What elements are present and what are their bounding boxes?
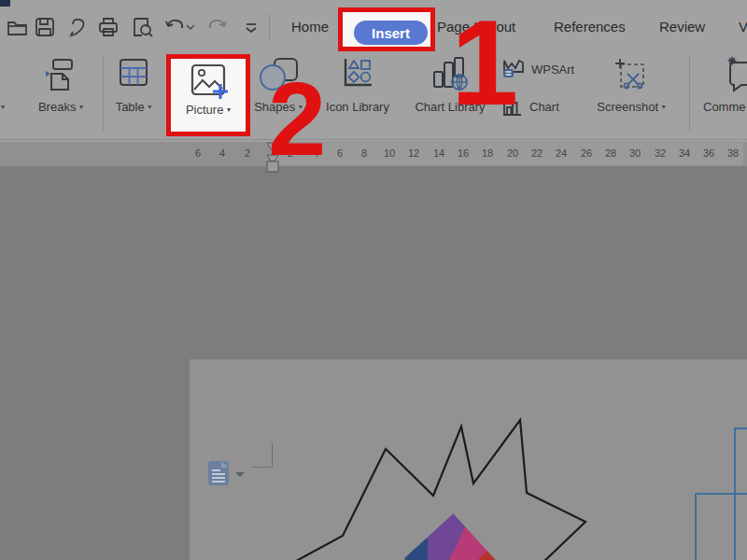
ribbon-button-table[interactable]: Table ▾: [106, 51, 161, 137]
ribbon-button-chart-library[interactable]: Chart Library: [403, 51, 497, 137]
dropdown-caret-icon: ▾: [79, 103, 83, 111]
more-icon[interactable]: [239, 15, 263, 39]
comment-icon: [725, 55, 747, 94]
ruler-number: 2: [237, 147, 258, 159]
ribbon-button-wpsart[interactable]: WPSArt: [501, 57, 574, 81]
breaks-icon: [42, 55, 79, 92]
redo-icon[interactable]: [205, 15, 230, 39]
ruler-number: 30: [625, 147, 645, 159]
picture-icon: [187, 61, 230, 102]
icon-library-icon: [341, 55, 374, 89]
table-icon: [117, 55, 150, 89]
screenshot-label: Screenshot: [597, 100, 658, 114]
ruler-number: 16: [453, 147, 473, 159]
ribbon-group-separator: [103, 56, 104, 133]
shapes-icon: [258, 55, 299, 92]
dropdown-caret-icon: ▾: [662, 103, 666, 111]
ruler-number: 18: [477, 147, 498, 159]
ruler-number: 26: [576, 147, 597, 159]
toolbar-separator: [269, 14, 270, 39]
ruler-number: 4: [212, 147, 233, 159]
ribbon-button-icon-library[interactable]: Icon Library: [316, 51, 400, 137]
chart-library-icon: [429, 55, 472, 92]
tab-home[interactable]: Home: [291, 19, 329, 35]
ruler-number: 10: [379, 147, 400, 159]
ruler-number: 22: [527, 147, 547, 159]
open-icon[interactable]: [6, 15, 30, 39]
ruler-number: 34: [674, 147, 695, 159]
tab-insert[interactable]: Insert: [354, 21, 428, 45]
table-label: Table: [116, 100, 145, 114]
ruler-number: 32: [650, 147, 670, 159]
ruler-number: 28: [600, 147, 621, 159]
print-icon[interactable]: [96, 15, 120, 39]
horizontal-ruler[interactable]: 6 4 2 2 4 6 8 10 12 14 16 18 20 22 24 26…: [0, 142, 747, 166]
print-preview-icon[interactable]: [131, 15, 155, 39]
icon-library-label: Icon Library: [316, 100, 400, 114]
comment-label: Comme: [703, 100, 747, 114]
ruler-number: 6: [188, 147, 208, 159]
blue-line-shape[interactable]: [695, 493, 747, 495]
dropdown-caret-icon: ▾: [1, 103, 5, 111]
document-page[interactable]: [190, 359, 747, 560]
ribbon-button-comment[interactable]: Comme: [698, 51, 747, 137]
ruler-number: 8: [354, 147, 374, 159]
insert-ribbon: ge ▾ Breaks ▾ Table ▾: [0, 51, 747, 140]
undo-icon[interactable]: [162, 15, 187, 39]
screenshot-icon: [612, 55, 651, 94]
ruler-number: 38: [723, 147, 743, 159]
wpsart-label: WPSArt: [531, 63, 574, 77]
blue-line-shape[interactable]: [695, 493, 697, 560]
chart-library-label: Chart Library: [403, 100, 497, 114]
dropdown-caret-icon: ▾: [148, 103, 151, 111]
ribbon-button-picture[interactable]: Picture ▾: [171, 59, 246, 132]
chart-label: Chart: [529, 100, 559, 114]
ribbon-button-chart[interactable]: Chart: [501, 94, 559, 119]
picture-label: Picture: [186, 103, 223, 117]
ribbon-button-shapes[interactable]: Shapes ▾: [246, 51, 311, 137]
ruler-number: 36: [698, 147, 719, 159]
ruler-number: 4: [305, 147, 326, 159]
ruler-number: 20: [502, 147, 523, 159]
ruler-number: 12: [403, 147, 424, 159]
dropdown-caret-icon: ▾: [227, 105, 231, 114]
blue-line-shape[interactable]: [734, 427, 747, 429]
tab-references[interactable]: References: [554, 19, 626, 35]
ruler-number: 6: [330, 147, 350, 159]
ribbon-button-page-fragment[interactable]: ge ▾: [0, 51, 28, 137]
ribbon-button-breaks[interactable]: Breaks ▾: [28, 51, 93, 137]
titlebar-fragment: [0, 0, 10, 7]
pin-icon[interactable]: [65, 15, 90, 39]
breaks-label: Breaks: [38, 100, 76, 114]
save-icon[interactable]: [33, 15, 57, 39]
highlight-box-picture: Picture ▾: [166, 54, 250, 136]
chart-icon: [501, 95, 524, 118]
wpsart-icon: [501, 58, 526, 80]
tab-page-layout[interactable]: Page Layout: [437, 19, 515, 35]
document-canvas: [0, 166, 747, 560]
tab-review[interactable]: Review: [659, 19, 705, 35]
tab-view[interactable]: V: [739, 19, 747, 35]
indent-markers[interactable]: [265, 142, 280, 175]
ribbon-button-screenshot[interactable]: Screenshot ▾: [586, 51, 676, 137]
ruler-number: 24: [551, 147, 571, 159]
dropdown-caret-icon: ▾: [299, 103, 303, 111]
ribbon-group-separator: [689, 56, 690, 133]
ruler-number: 14: [429, 147, 449, 159]
shapes-label: Shapes: [254, 100, 295, 114]
highlight-box-insert: Insert: [338, 7, 435, 51]
ruler-number: 2: [280, 147, 301, 159]
undo-dropdown-caret-icon[interactable]: [186, 22, 195, 32]
